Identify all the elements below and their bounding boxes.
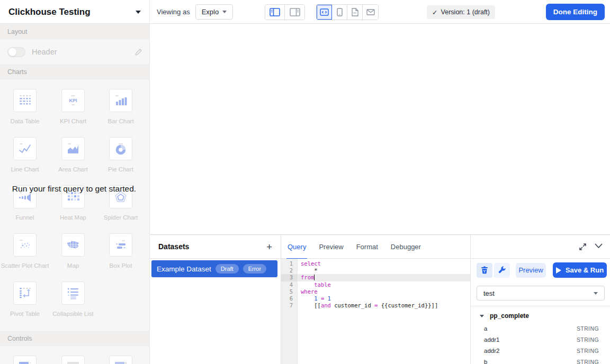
dataset-item-example-dataset[interactable]: Example Dataset Draft Error	[151, 260, 277, 277]
check-icon: ✓	[432, 8, 437, 16]
divider	[471, 306, 610, 306]
query-bottom-panel: Datasets + Example Dataset Draft Error Q…	[150, 234, 610, 364]
done-editing-button[interactable]: Done Editing	[546, 4, 605, 20]
scatter-plot-icon	[17, 238, 32, 252]
chevron-down-icon	[480, 315, 484, 317]
pdf-view-button[interactable]	[347, 5, 363, 20]
panel-left-icon	[270, 8, 280, 16]
version-badge[interactable]: ✓ Version: 1 (draft)	[427, 5, 495, 19]
chart-type-data-table[interactable]: Data Table	[4, 89, 46, 124]
section-controls: Controls	[0, 331, 150, 347]
datasets-header: Datasets +	[150, 235, 281, 259]
field-type: STRING	[577, 336, 599, 343]
field-name: a	[484, 325, 577, 332]
chart-type-scatter-plot-chart[interactable]: Scatter Plot Chart	[4, 233, 46, 269]
dataset-name: Example Dataset	[157, 265, 211, 273]
sql-editor[interactable]: 1select2 *3from4 table5where6 1 = 17 [[a…	[281, 259, 470, 364]
trash-icon	[481, 266, 488, 274]
code-line[interactable]: 1select	[281, 260, 470, 267]
wrench-icon	[498, 266, 506, 274]
control-type-card[interactable]	[4, 356, 46, 364]
query-actions-panel: Preview Save & Run test pp_complete a	[470, 235, 610, 364]
error-badge: Error	[243, 264, 266, 274]
email-envelope-icon	[366, 9, 375, 15]
toggle-right-panel-button[interactable]	[285, 5, 304, 20]
viewing-as-value: Explo	[202, 8, 219, 16]
element-sidebar: Layout Header Charts Data Table KPI	[0, 24, 150, 364]
editor-tabs: Query Preview Format Debugger	[281, 235, 470, 259]
schema-field-row: addr1 STRING	[484, 335, 599, 344]
table-select-value: test	[483, 289, 594, 297]
expand-panel-icon[interactable]	[579, 243, 587, 251]
empty-state-message: Run your first query to get started.	[4, 184, 144, 194]
chart-type-pie-chart[interactable]: Pie Chart	[100, 137, 142, 172]
map-icon	[66, 238, 80, 252]
format-query-button[interactable]	[494, 263, 510, 278]
browser-view-button[interactable]	[317, 5, 332, 20]
chart-type-kpi-chart[interactable]: KPI KPI Chart	[52, 89, 94, 124]
query-editor-panel: Query Preview Format Debugger 1select2 *…	[281, 235, 470, 364]
code-line[interactable]: 7 [[and customer_id = {{customer_id}}]]	[281, 302, 470, 309]
tab-query[interactable]: Query	[288, 235, 306, 259]
actions-row: Preview Save & Run	[477, 262, 607, 278]
tab-debugger[interactable]: Debugger	[391, 235, 421, 259]
schema-table-name: pp_complete	[490, 312, 529, 320]
chevron-down-icon	[136, 11, 141, 14]
code-line[interactable]: 6 1 = 1	[281, 295, 470, 302]
code-line[interactable]: 3from	[281, 274, 470, 281]
kpi-chart-icon: KPI	[66, 93, 80, 108]
chart-type-area-chart[interactable]: Area Chart	[52, 137, 94, 172]
pivot-table-icon	[17, 286, 32, 301]
collapsible-list-icon	[66, 286, 80, 301]
email-view-button[interactable]	[363, 5, 378, 20]
chart-type-map[interactable]: Map	[52, 233, 94, 269]
table-select[interactable]: test	[477, 286, 605, 301]
panel-right-icon	[290, 8, 300, 16]
schema-table-pp-complete[interactable]: pp_complete	[480, 312, 529, 320]
browser-code-icon	[320, 8, 329, 16]
header-toggle-label: Header	[32, 48, 128, 56]
mobile-view-button[interactable]	[332, 5, 347, 20]
view-mode-group	[316, 4, 379, 20]
tab-preview[interactable]: Preview	[319, 235, 343, 259]
dashboard-editor: Clickhouse Testing Viewing as Explo	[0, 0, 610, 364]
control-type-card[interactable]	[100, 356, 142, 364]
save-and-run-label: Save & Run	[566, 266, 604, 274]
delete-query-button[interactable]	[477, 263, 492, 278]
bar-chart-icon	[113, 93, 128, 108]
code-line[interactable]: 5where	[281, 288, 470, 295]
top-bar: Clickhouse Testing Viewing as Explo	[0, 0, 610, 24]
actions-header	[471, 235, 610, 259]
section-layout: Layout	[0, 24, 150, 40]
preview-button[interactable]: Preview	[516, 263, 546, 278]
chart-type-pivot-table[interactable]: Pivot Table	[4, 281, 46, 317]
chart-type-bar-chart[interactable]: Bar Chart	[100, 89, 142, 124]
tab-format[interactable]: Format	[356, 235, 378, 259]
control-type-card[interactable]	[52, 356, 94, 364]
chart-type-collapsible-list[interactable]: Collapsible List	[52, 281, 94, 317]
box-plot-icon	[113, 238, 128, 252]
code-line[interactable]: 2 *	[281, 267, 470, 274]
draft-badge: Draft	[216, 264, 239, 274]
field-type: STRING	[577, 325, 599, 332]
chart-type-line-chart[interactable]: Line Chart	[4, 137, 46, 172]
viewing-as-select[interactable]: Explo	[195, 4, 234, 20]
dashboard-title-menu[interactable]: Clickhouse Testing	[0, 0, 150, 24]
text-cursor	[314, 275, 315, 280]
control-icon	[113, 360, 128, 364]
add-dataset-button[interactable]: +	[266, 242, 272, 252]
dropdown-control-icon	[17, 360, 32, 364]
data-table-icon	[17, 93, 32, 108]
header-toggle[interactable]	[7, 47, 25, 57]
collapse-panel-chevron-icon[interactable]	[595, 243, 603, 249]
datasets-panel: Datasets + Example Dataset Draft Error	[150, 235, 281, 364]
chart-type-box-plot[interactable]: Box Plot	[100, 233, 142, 269]
panel-toggle-group	[265, 4, 305, 20]
toggle-left-panel-button[interactable]	[265, 5, 285, 20]
header-layout-row: Header	[0, 40, 150, 64]
play-icon	[556, 267, 561, 274]
edit-pencil-icon[interactable]	[134, 48, 142, 56]
code-line[interactable]: 4 table	[281, 281, 470, 288]
save-and-run-button[interactable]: Save & Run	[553, 262, 607, 278]
schema-field-row: addr2 STRING	[484, 346, 599, 356]
